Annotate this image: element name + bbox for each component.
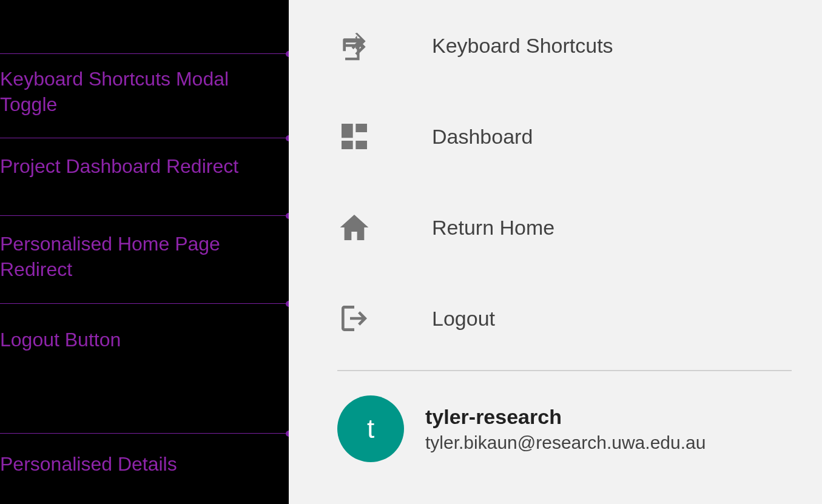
annotation-label-logout: Logout Button: [0, 328, 121, 353]
annotation-label-dashboard: Project Dashboard Redirect: [0, 154, 238, 180]
home-icon: [337, 210, 371, 244]
menu-label: Logout: [432, 307, 495, 331]
annotation-line-4: [0, 433, 289, 434]
user-details-section: t tyler-research tyler.bikaun@research.u…: [337, 395, 792, 462]
dashboard-icon: [337, 119, 371, 153]
menu-item-keyboard-shortcuts[interactable]: Keyboard Shortcuts: [337, 27, 792, 64]
arrow-turn-right-icon: [337, 29, 371, 62]
annotation-line-1: [0, 138, 289, 138]
annotation-line-0: [0, 53, 289, 54]
annotation-panel: Keyboard Shortcuts Modal Toggle Project …: [0, 0, 289, 504]
user-info: tyler-research tyler.bikaun@research.uwa…: [425, 405, 706, 453]
menu-label: Dashboard: [432, 125, 533, 149]
annotation-label-personalised-details: Personalised Details: [0, 452, 177, 477]
annotation-label-home: Personalised Home Page Redirect: [0, 232, 279, 282]
menu-item-dashboard[interactable]: Dashboard: [337, 118, 792, 155]
dropdown-menu-panel: Keyboard Shortcuts Dashboard Return Home…: [289, 0, 822, 504]
menu-label: Keyboard Shortcuts: [432, 34, 613, 58]
menu-divider: [337, 370, 792, 371]
user-email: tyler.bikaun@research.uwa.edu.au: [425, 432, 706, 453]
username: tyler-research: [425, 405, 706, 429]
menu-item-logout[interactable]: Logout: [337, 300, 792, 337]
logout-icon: [337, 301, 371, 335]
annotation-label-keyboard-shortcuts: Keyboard Shortcuts Modal Toggle: [0, 67, 279, 117]
menu-label: Return Home: [432, 216, 554, 240]
annotation-line-3: [0, 303, 289, 304]
menu-item-return-home[interactable]: Return Home: [337, 209, 792, 246]
avatar: t: [337, 395, 404, 462]
annotation-line-2: [0, 215, 289, 216]
